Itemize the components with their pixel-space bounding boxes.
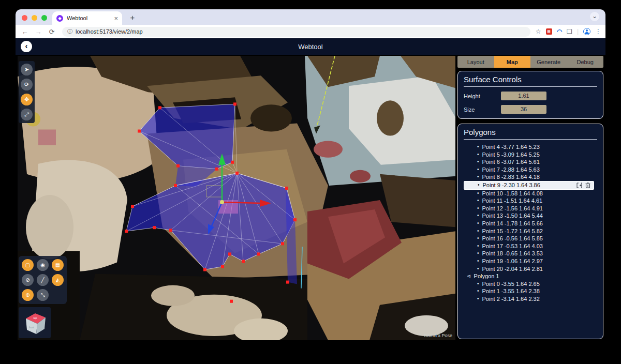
point-row-label: Point 8 -2.83 1.64 4.18 xyxy=(482,173,540,181)
back-button[interactable]: ← xyxy=(20,28,30,36)
target-tool-button[interactable]: ⊕ xyxy=(22,289,34,301)
move-tool-button[interactable]: ✥ xyxy=(21,94,33,105)
point-row[interactable]: •Point 19 -1.06 1.64 2.97 xyxy=(464,257,597,265)
expand-view-button[interactable]: ⤡ xyxy=(37,289,49,301)
minimize-window-button[interactable] xyxy=(32,15,37,21)
point-row[interactable]: •Point 10 -1.58 1.64 4.08 xyxy=(464,190,597,198)
bullet-icon: • xyxy=(477,212,479,220)
tab-layout[interactable]: Layout xyxy=(457,56,494,68)
view-cube[interactable]: top front xyxy=(19,307,51,338)
point-row[interactable]: •Point 14 -1.78 1.64 5.66 xyxy=(464,220,597,228)
zoom-window-button[interactable] xyxy=(41,15,47,21)
bullet-icon: • xyxy=(477,197,479,205)
point-row[interactable]: •Point 7 -2.88 1.64 5.63 xyxy=(464,166,597,174)
scene-canvas[interactable]: ➤ ⟳ ✥ ⤢ ▢ ◉ ▦ ⊘ ╱ ◭ ⊕ ⤡ xyxy=(18,56,455,340)
point-row[interactable]: •Point 11 -1.51 1.64 4.61 xyxy=(464,197,597,205)
point-row[interactable]: •Point 5 -3.09 1.64 5.25 xyxy=(464,151,597,159)
rotate-tool-button[interactable]: ⟳ xyxy=(21,79,33,90)
point-row[interactable]: •Point 17 -0.53 1.64 4.03 xyxy=(464,242,597,250)
bullet-icon: • xyxy=(477,151,479,159)
point-row-label: Point 10 -1.58 1.64 4.08 xyxy=(482,190,543,198)
line-tool-button[interactable]: ╱ xyxy=(37,274,49,286)
extension-arc-icon[interactable]: ◠ xyxy=(557,28,562,35)
point-row[interactable]: •Point 0 -3.55 1.64 2.65 xyxy=(464,280,597,288)
point-row-label: Point 2 -3.14 1.64 2.32 xyxy=(482,295,540,303)
extensions-puzzle-icon[interactable]: ❏ xyxy=(567,28,572,35)
new-tab-button[interactable]: + xyxy=(127,13,138,22)
browser-menu-icon[interactable]: ⋮ xyxy=(595,28,601,35)
tab-search-chevron-icon[interactable]: ⌄ xyxy=(590,12,599,21)
point-row[interactable]: •Point 18 -0.65 1.64 3.53 xyxy=(464,250,597,257)
tab-title: Webtool xyxy=(67,15,110,21)
bullet-icon: • xyxy=(477,166,479,174)
camera-pose-label: Camera Pose xyxy=(424,333,452,338)
scale-tool-button[interactable]: ⤢ xyxy=(21,109,33,120)
point-row-label: Point 13 -1.50 1.64 5.44 xyxy=(482,212,543,220)
site-info-icon[interactable]: ⓘ xyxy=(67,28,72,35)
point-row[interactable]: •Point 12 -1.56 1.64 4.91 xyxy=(464,205,597,213)
browser-tab[interactable]: ◆ Webtool × xyxy=(52,11,122,25)
point-row[interactable]: •Point 4 -3.77 1.64 5.23 xyxy=(464,143,597,151)
webtool-app: ‹ Webtool xyxy=(16,38,605,341)
select-tool-button[interactable]: ➤ xyxy=(21,64,33,75)
tab-generate[interactable]: Generate xyxy=(530,56,567,68)
point-row[interactable]: •Point 6 -3.07 1.64 5.61 xyxy=(464,158,597,166)
point-row-label: Point 14 -1.78 1.64 5.66 xyxy=(482,220,543,228)
point-row-label: Point 7 -2.88 1.64 5.63 xyxy=(482,166,540,174)
duplicate-point-icon[interactable] xyxy=(576,183,582,188)
bullet-icon: • xyxy=(477,228,479,235)
polygon-marker-icon: ⊲ xyxy=(467,272,471,280)
point-row[interactable]: •Point 9 -2.30 1.64 3.86 xyxy=(464,181,594,190)
mesh-toggle-button[interactable]: ◭ xyxy=(52,274,64,286)
point-row-label: Point 15 -1.72 1.64 5.82 xyxy=(482,228,543,235)
extension-red-icon[interactable]: ▦ xyxy=(546,28,552,35)
bullet-icon: • xyxy=(477,287,479,295)
browser-toolbar: ← → ⟳ ⓘ localhost:5173/view/2/map ☆ ▦ ◠ … xyxy=(16,25,605,38)
point-row-label: Point 17 -0.53 1.64 4.03 xyxy=(482,242,543,250)
bullet-icon: • xyxy=(477,158,479,166)
grid-toggle-button[interactable]: ▦ xyxy=(52,259,64,271)
window-controls xyxy=(16,15,52,25)
ruler-toggle-button[interactable]: ⊘ xyxy=(22,274,34,286)
point-row-label: Polygon 1 xyxy=(474,272,499,280)
point-row-label: Point 4 -3.77 1.64 5.23 xyxy=(482,143,540,151)
point-row[interactable]: •Point 13 -1.50 1.64 5.44 xyxy=(464,212,597,220)
bullet-icon: • xyxy=(477,143,479,151)
svg-text:front: front xyxy=(29,326,35,329)
page-title: Webtool xyxy=(16,43,605,51)
pointcloud-toggle-button[interactable]: ◉ xyxy=(37,259,49,271)
delete-point-icon[interactable] xyxy=(585,183,590,188)
polygon-list[interactable]: •Point 4 -3.77 1.64 5.23•Point 5 -3.09 1… xyxy=(464,143,597,334)
tab-close-icon[interactable]: × xyxy=(114,14,118,22)
tab-debug[interactable]: Debug xyxy=(567,56,604,68)
point-row[interactable]: •Point 20 -2.04 1.64 2.81 xyxy=(464,265,597,273)
size-label: Size xyxy=(464,107,501,113)
size-input[interactable]: 36 xyxy=(501,105,546,114)
address-bar[interactable]: ⓘ localhost:5173/view/2/map xyxy=(62,27,530,37)
plane-toggle-button[interactable]: ▢ xyxy=(22,259,34,271)
app-header: ‹ Webtool xyxy=(16,38,605,55)
point-row[interactable]: •Point 1 -3.55 1.64 2.38 xyxy=(464,287,597,295)
height-input[interactable]: 1.61 xyxy=(501,92,546,100)
point-row-label: Point 1 -3.55 1.64 2.38 xyxy=(482,287,540,295)
polygon-group-row[interactable]: ⊲Polygon 1 xyxy=(464,272,597,280)
point-row[interactable]: •Point 16 -0.56 1.64 5.85 xyxy=(464,235,597,242)
surface-controls-title: Surface Controls xyxy=(464,75,597,87)
point-row[interactable]: •Point 8 -2.83 1.64 4.18 xyxy=(464,173,597,181)
point-row[interactable]: •Point 15 -1.72 1.64 5.82 xyxy=(464,228,597,235)
profile-avatar-icon[interactable] xyxy=(583,28,590,35)
camera-pose-toggle[interactable]: ⌃ Camera Pose xyxy=(418,333,452,338)
surface-controls-panel: Surface Controls Height 1.61 Size 36 xyxy=(457,71,603,119)
point-row[interactable]: •Point 2 -3.14 1.64 2.32 xyxy=(464,295,597,303)
forward-button[interactable]: → xyxy=(33,28,43,36)
point-row-label: Point 11 -1.51 1.64 4.61 xyxy=(482,197,543,205)
bullet-icon: • xyxy=(477,190,479,198)
app-main: ➤ ⟳ ✥ ⤢ ▢ ◉ ▦ ⊘ ╱ ◭ ⊕ ⤡ xyxy=(16,55,605,341)
bullet-icon: • xyxy=(477,250,479,257)
bookmark-star-icon[interactable]: ☆ xyxy=(536,28,541,35)
point-row-label: Point 12 -1.56 1.64 4.91 xyxy=(482,205,543,213)
view-cube-render: top front xyxy=(21,309,49,336)
tab-map[interactable]: Map xyxy=(494,56,531,68)
reload-button[interactable]: ⟳ xyxy=(47,28,57,36)
close-window-button[interactable] xyxy=(22,15,27,21)
